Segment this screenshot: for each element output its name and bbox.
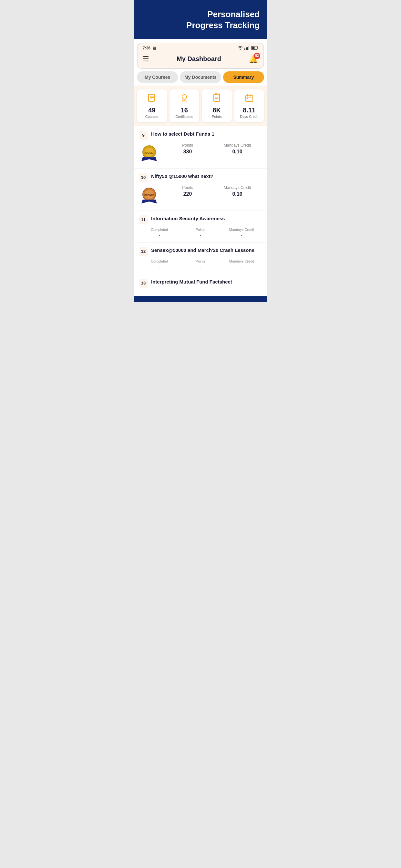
badge-bronze-10: BRONZE [139,185,159,206]
nav-title: My Dashboard [177,55,221,63]
status-bar: 7:36 ▤ [137,43,264,52]
course-stats-11: Completed - Points - Mandays Credit - [139,228,262,238]
svg-rect-7 [149,94,154,101]
badge-gold-9: GOLD [139,143,159,164]
courses-label: Courses [139,115,165,119]
certificates-count: 16 [172,106,197,114]
course-item-9: 9 How to select Debt Funds 1 GOLD Points… [134,126,267,168]
certificate-icon [172,93,197,104]
app-container: Personalised Progress Tracking 7:36 ▤ [134,0,267,302]
svg-rect-1 [246,48,247,50]
hamburger-menu[interactable]: ☰ [143,55,149,63]
tab-my-documents[interactable]: My Documents [180,71,221,83]
course-stats-10: Points 220 Mandays Credit 0.10 [163,185,262,197]
tabs-container: My Courses My Documents Summary [134,69,267,86]
svg-text:BRONZE: BRONZE [144,194,154,196]
signal-icon [244,46,250,51]
svg-text:GOLD: GOLD [145,151,153,154]
notification-badge: 52 [254,53,260,59]
points-icon [204,93,230,104]
course-item-10: 10 Nifty50 @15000 what next? BRONZE Poin… [134,168,267,211]
course-number-9: 9 [139,131,148,140]
course-number-10: 10 [139,173,148,182]
stat-points: 8K Points [202,89,232,122]
course-name-11: Information Security Awareness [151,215,262,222]
wifi-icon [238,46,243,51]
svg-point-11 [182,95,187,99]
svg-rect-2 [247,47,248,50]
course-stats-12: Completed - Points - Mandays Credit - [139,259,262,269]
status-sim-icon: ▤ [152,46,156,51]
svg-rect-5 [252,46,255,49]
course-name-12: Sensex@50000 and March'20 Crash Lessons [151,247,262,253]
course-number-12: 12 [139,247,148,256]
bottom-bar [134,296,267,302]
stat-days-credit: 8.11 Days Credit [235,89,265,122]
course-name-10: Nifty50 @15000 what next? [151,173,262,180]
course-item-12: 12 Sensex@50000 and March'20 Crash Lesso… [134,243,267,274]
notification-bell[interactable]: 🔔 52 [249,55,258,64]
course-name-9: How to select Debt Funds 1 [151,131,262,137]
courses-count: 49 [139,106,165,114]
phone-frame: 7:36 ▤ ☰ My Dashboard 🔔 52 [137,42,264,69]
tab-summary[interactable]: Summary [223,71,264,83]
svg-rect-12 [214,94,220,101]
svg-rect-0 [244,49,245,50]
top-nav: ☰ My Dashboard 🔔 52 [137,52,264,68]
tab-my-courses[interactable]: My Courses [137,71,178,83]
hero-title: Personalised Progress Tracking [142,9,259,31]
book-icon [139,93,165,104]
calendar-icon [236,93,263,104]
course-item-13-partial: 13 Interpreting Mutual Fund Factsheet [134,274,267,293]
points-label: Points [204,115,230,119]
course-stats-9: Points 330 Mandays Credit 0.10 [163,143,262,155]
certificates-label: Certificates [172,115,197,119]
course-name-13: Interpreting Mutual Fund Factsheet [151,279,262,285]
status-time: 7:36 [143,46,150,51]
svg-rect-6 [258,47,258,49]
stat-certificates: 16 Certificates [169,89,199,122]
course-number-11: 11 [139,215,148,224]
stat-courses: 49 Courses [137,89,167,122]
course-number-13: 13 [139,279,148,288]
battery-icon [251,46,258,51]
hero-banner: Personalised Progress Tracking [134,0,267,39]
stats-row: 49 Courses 16 Certificates 8K Points 8.1… [134,86,267,126]
svg-rect-19 [247,98,248,99]
course-item-11: 11 Information Security Awareness Comple… [134,211,267,243]
days-credit-count: 8.11 [236,106,263,114]
svg-rect-3 [248,46,249,50]
course-list: 9 How to select Debt Funds 1 GOLD Points… [134,126,267,293]
svg-rect-15 [246,95,253,101]
points-count: 8K [204,106,230,114]
days-credit-label: Days Credit [236,115,263,119]
